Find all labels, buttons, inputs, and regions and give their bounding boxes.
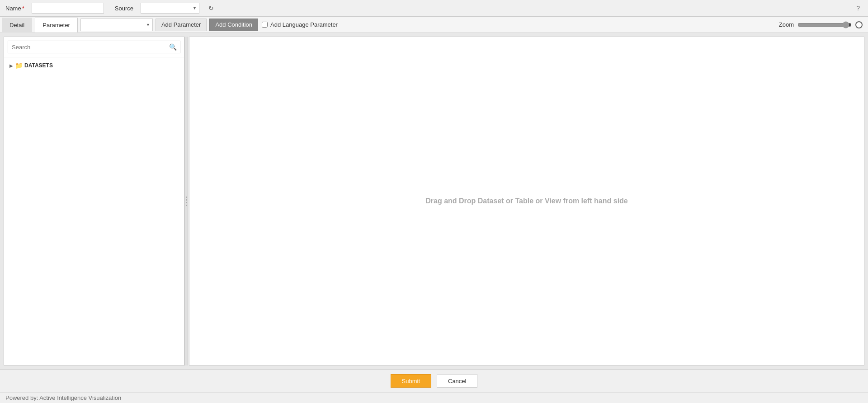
zoom-slider[interactable] [797, 21, 852, 28]
name-text: Name [5, 5, 21, 12]
add-condition-button[interactable]: Add Condition [209, 19, 258, 31]
datasets-label: DATASETS [24, 62, 53, 69]
name-label: Name* [5, 5, 24, 12]
tab-dropdown[interactable] [80, 19, 153, 31]
source-dropdown[interactable] [141, 3, 199, 14]
tree-area: ▶ 📁 DATASETS [4, 57, 184, 365]
zoom-label: Zoom [779, 21, 794, 28]
zoom-circle-indicator [855, 21, 863, 28]
main-area: 🔍 ▶ 📁 DATASETS Drag and Drop Dataset or … [0, 33, 868, 369]
drop-hint-text: Drag and Drop Dataset or Table or View f… [425, 197, 628, 205]
add-language-param-label: Add Language Parameter [270, 21, 338, 28]
panel-resizer[interactable] [184, 37, 188, 366]
canvas-panel[interactable]: Drag and Drop Dataset or Table or View f… [189, 37, 864, 366]
search-input[interactable] [8, 41, 180, 53]
tab-parameter[interactable]: Parameter [35, 18, 78, 33]
refresh-button[interactable]: ↻ [207, 4, 216, 13]
datasets-tree-item[interactable]: ▶ 📁 DATASETS [8, 61, 180, 70]
resizer-dots [186, 197, 187, 206]
help-button[interactable]: ? [854, 4, 863, 13]
name-input[interactable] [32, 3, 104, 14]
zoom-wrapper: Zoom [779, 21, 863, 28]
left-panel: 🔍 ▶ 📁 DATASETS [4, 37, 184, 366]
lang-param-wrapper: Add Language Parameter [262, 21, 338, 28]
search-bar: 🔍 [4, 37, 184, 57]
top-bar: Name* Source ↻ ? [0, 0, 868, 17]
footer-text: Powered by: Active Intelligence Visualiz… [5, 394, 121, 401]
footer-powered-by: Powered by: Active Intelligence Visualiz… [5, 395, 121, 401]
tab-dropdown-wrapper [80, 19, 153, 31]
resizer-dot [186, 202, 187, 203]
tree-expand-arrow: ▶ [9, 63, 13, 68]
cancel-button[interactable]: Cancel [437, 374, 477, 388]
folder-icon: 📁 [15, 62, 23, 69]
resizer-dot [186, 199, 187, 201]
tabs-bar: Detail Parameter Add Parameter Add Condi… [0, 17, 868, 33]
bottom-action-bar: Submit Cancel [0, 369, 868, 392]
add-language-param-checkbox[interactable] [262, 22, 268, 28]
resizer-dot [186, 197, 187, 198]
footer-bar: Powered by: Active Intelligence Visualiz… [0, 392, 868, 403]
add-parameter-button[interactable]: Add Parameter [156, 19, 207, 31]
submit-button[interactable]: Submit [391, 374, 431, 388]
tab-detail[interactable]: Detail [2, 18, 32, 32]
source-dropdown-wrapper [141, 3, 199, 14]
resizer-dot [186, 205, 187, 206]
search-icon: 🔍 [169, 43, 177, 51]
source-label: Source [115, 5, 133, 12]
name-required: * [22, 5, 24, 12]
